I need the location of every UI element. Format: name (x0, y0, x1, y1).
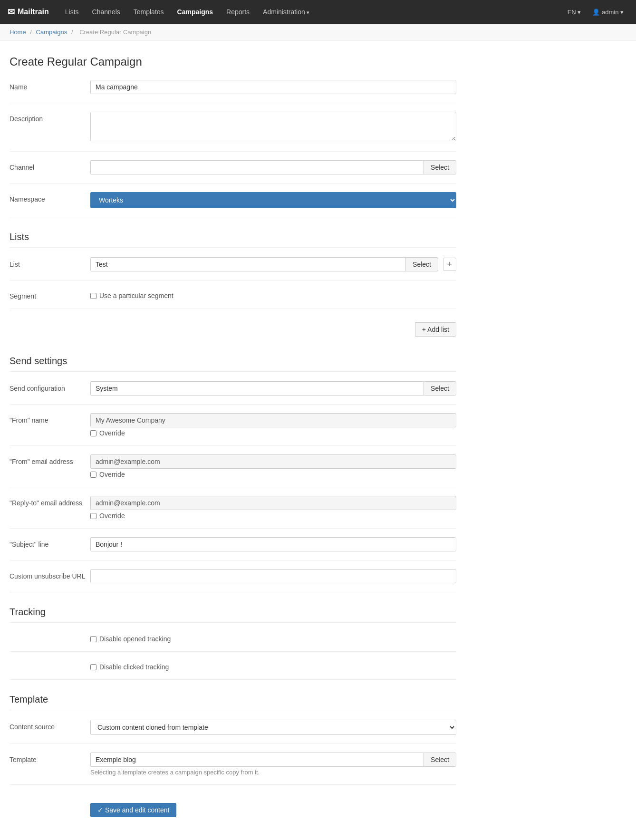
channel-input-group: Select (90, 160, 456, 174)
from-name-label: "From" name (10, 413, 90, 424)
disable-clicked-label[interactable]: Disable clicked tracking (99, 663, 169, 671)
content-source-group: Content source Custom content cloned fro… (10, 720, 456, 744)
page-title: Create Regular Campaign (10, 55, 456, 68)
channel-input[interactable] (90, 160, 424, 174)
template-input[interactable] (90, 753, 424, 767)
from-email-override-label[interactable]: Override (99, 471, 125, 478)
tracking-section-title: Tracking (10, 607, 456, 623)
from-email-override-checkbox[interactable] (90, 472, 96, 478)
replyto-input (90, 496, 456, 510)
send-config-select-button[interactable]: Select (424, 381, 456, 396)
envelope-icon: ✉ (8, 7, 15, 17)
disable-clicked-group: Disable clicked tracking (10, 660, 456, 680)
list-row: Select + (90, 257, 456, 271)
list-control-wrap: Select + (90, 257, 456, 271)
nav-link-campaigns[interactable]: Campaigns (171, 1, 220, 23)
breadcrumb-current: Create Regular Campaign (79, 29, 151, 36)
subject-group: "Subject" line (10, 537, 456, 560)
disable-opened-label[interactable]: Disable opened tracking (99, 635, 171, 643)
from-name-override-wrap: Override (90, 429, 456, 437)
navbar-right: EN ▾ 👤 admin ▾ (563, 6, 628, 19)
description-control-wrap (90, 112, 456, 143)
user-menu[interactable]: 👤 admin ▾ (588, 6, 628, 19)
send-config-label: Send configuration (10, 381, 90, 392)
nav-link-administration[interactable]: Administration (256, 1, 316, 23)
name-group: Name (10, 80, 456, 103)
save-section: ✓ Save and edit content (10, 793, 456, 827)
nav-link-templates[interactable]: Templates (127, 1, 171, 23)
channel-select-button[interactable]: Select (424, 160, 456, 174)
checkmark-icon: ✓ (97, 806, 103, 814)
segment-checkbox[interactable] (90, 293, 96, 299)
disable-opened-group: Disable opened tracking (10, 632, 456, 652)
namespace-select[interactable]: Worteks (90, 192, 456, 208)
channel-label: Channel (10, 160, 90, 171)
replyto-control-wrap: Override (90, 496, 456, 520)
nav-link-reports[interactable]: Reports (220, 1, 256, 23)
disable-opened-control-wrap: Disable opened tracking (90, 632, 456, 643)
from-name-override-label[interactable]: Override (99, 429, 125, 437)
segment-control-wrap: Use a particular segment (90, 289, 456, 299)
list-input[interactable] (90, 257, 405, 271)
nav-link-channels[interactable]: Channels (86, 1, 127, 23)
replyto-override-wrap: Override (90, 512, 456, 520)
send-config-input-group: Select (90, 381, 456, 396)
template-control-wrap: Select Selecting a template creates a ca… (90, 753, 456, 776)
description-group: Description (10, 112, 456, 152)
description-label: Description (10, 112, 90, 123)
replyto-group: "Reply-to" email address Override (10, 496, 456, 529)
nav-item-templates: Templates (127, 1, 171, 23)
lists-section-title: Lists (10, 232, 456, 248)
from-name-override-checkbox[interactable] (90, 430, 96, 436)
replyto-override-checkbox[interactable] (90, 513, 96, 519)
nav-link-lists[interactable]: Lists (58, 1, 86, 23)
disable-clicked-control-wrap: Disable clicked tracking (90, 660, 456, 671)
content-source-label: Content source (10, 720, 90, 731)
breadcrumb-home[interactable]: Home (10, 29, 26, 36)
segment-label: Segment (10, 289, 90, 300)
subject-label: "Subject" line (10, 537, 90, 548)
breadcrumb-campaigns[interactable]: Campaigns (36, 29, 67, 36)
lang-selector[interactable]: EN ▾ (563, 6, 586, 19)
add-list-plus-button[interactable]: + (443, 258, 456, 271)
list-select-button[interactable]: Select (405, 257, 438, 271)
send-settings-section-title: Send settings (10, 356, 456, 372)
segment-checkbox-wrap: Use a particular segment (90, 292, 456, 299)
list-label: List (10, 257, 90, 268)
unsubscribe-input[interactable] (90, 569, 456, 583)
content-source-select[interactable]: Custom content cloned from template URL … (90, 720, 456, 735)
disable-opened-checkbox[interactable] (90, 636, 96, 642)
unsubscribe-label: Custom unsubscribe URL (10, 569, 90, 580)
main-nav: Lists Channels Templates Campaigns Repor… (58, 1, 563, 23)
namespace-label: Namespace (10, 192, 90, 203)
channel-group: Channel Select (10, 160, 456, 183)
nav-item-channels: Channels (86, 1, 127, 23)
add-list-button[interactable]: + Add list (415, 322, 456, 337)
replyto-override-label[interactable]: Override (99, 512, 125, 520)
send-config-control-wrap: Select (90, 381, 456, 396)
from-email-input (90, 454, 456, 469)
from-name-input (90, 413, 456, 427)
name-input[interactable] (90, 80, 456, 94)
subject-input[interactable] (90, 537, 456, 551)
navbar: ✉ Mailtrain Lists Channels Templates Cam… (0, 0, 636, 24)
description-textarea[interactable] (90, 112, 456, 141)
template-select-button[interactable]: Select (424, 753, 456, 767)
list-input-group: Select (90, 257, 438, 271)
disable-clicked-checkbox[interactable] (90, 664, 96, 670)
segment-checkbox-label[interactable]: Use a particular segment (99, 292, 173, 299)
unsubscribe-group: Custom unsubscribe URL (10, 569, 456, 592)
template-section-title: Template (10, 694, 456, 710)
namespace-group: Namespace Worteks (10, 192, 456, 217)
nav-item-lists: Lists (58, 1, 86, 23)
nav-item-campaigns: Campaigns (171, 1, 220, 23)
breadcrumb-sep-1: / (30, 29, 33, 36)
template-input-group: Select (90, 753, 456, 767)
save-and-edit-button[interactable]: ✓ Save and edit content (90, 803, 176, 817)
send-config-group: Send configuration Select (10, 381, 456, 405)
unsubscribe-control-wrap (90, 569, 456, 583)
brand-link[interactable]: ✉ Mailtrain (8, 7, 49, 17)
send-config-input[interactable] (90, 381, 424, 396)
nav-item-administration: Administration (256, 1, 316, 23)
disable-clicked-checkbox-wrap: Disable clicked tracking (90, 663, 456, 671)
